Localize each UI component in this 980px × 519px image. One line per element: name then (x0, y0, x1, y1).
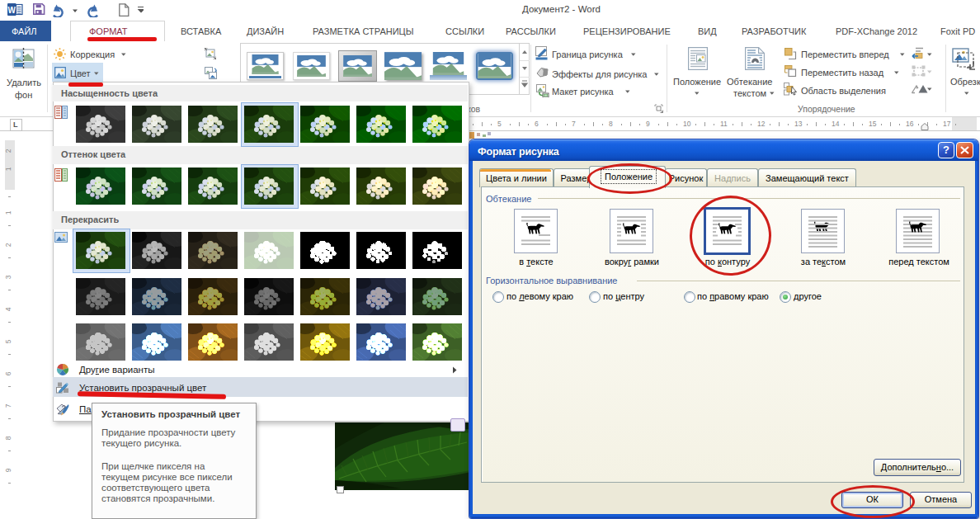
svg-text:W: W (7, 6, 16, 15)
